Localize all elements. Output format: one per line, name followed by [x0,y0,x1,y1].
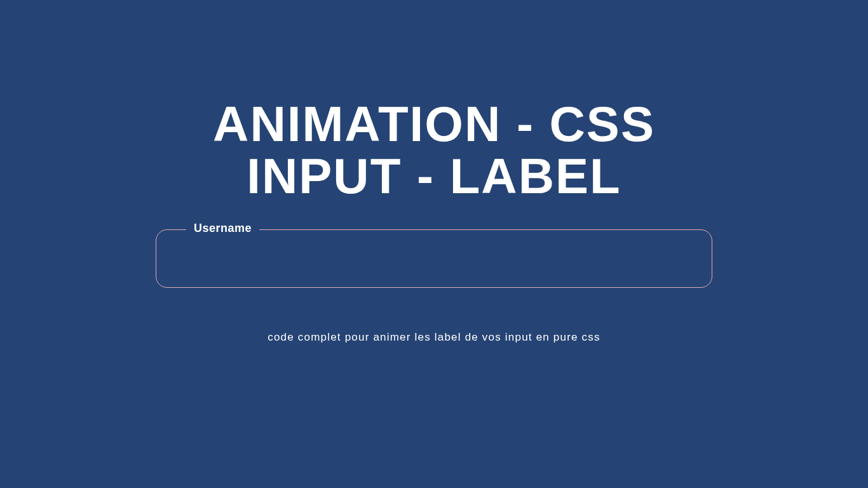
page-title: ANIMATION - CSS INPUT - LABEL [213,98,655,203]
username-field-wrap: Username [156,229,712,288]
subtitle-text: code complet pour animer les label de vo… [268,331,600,344]
username-input[interactable] [156,230,712,287]
username-field-box [156,229,712,288]
username-label: Username [186,222,259,235]
title-line-1: ANIMATION - CSS [213,98,655,151]
title-line-2: INPUT - LABEL [213,151,655,203]
